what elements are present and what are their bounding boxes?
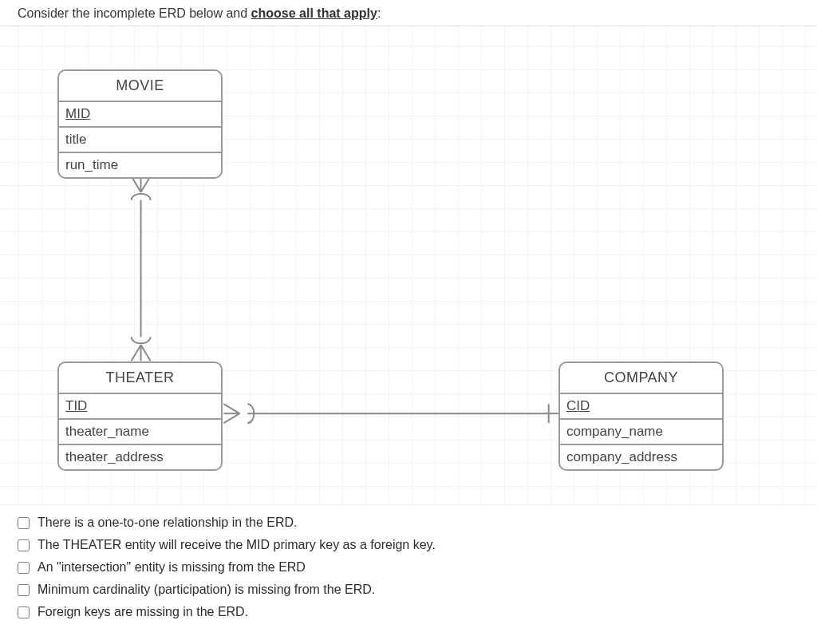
option-4[interactable]: Minimum cardinality (participation) is m… xyxy=(18,579,799,601)
svg-line-8 xyxy=(223,404,239,413)
svg-line-6 xyxy=(141,345,151,361)
entity-theater-pk: TID xyxy=(59,394,221,420)
entity-theater-attr-name: theater_name xyxy=(59,420,221,445)
entity-company-pk: CID xyxy=(560,394,722,420)
entity-company-title: COMPANY xyxy=(560,363,722,394)
option-1[interactable]: There is a one-to-one relationship in th… xyxy=(18,512,799,534)
option-1-label: There is a one-to-one relationship in th… xyxy=(37,516,298,530)
question-suffix: : xyxy=(377,6,381,20)
entity-theater-title: THEATER xyxy=(59,363,221,394)
option-4-label: Minimum cardinality (participation) is m… xyxy=(37,583,375,597)
option-2[interactable]: The THEATER entity will receive the MID … xyxy=(18,534,799,556)
svg-line-4 xyxy=(132,345,141,361)
option-1-checkbox[interactable] xyxy=(18,517,30,529)
entity-company: COMPANY CID company_name company_address xyxy=(558,362,724,471)
entity-movie-title: MOVIE xyxy=(59,71,221,102)
entity-movie-attr-title: title xyxy=(59,128,221,153)
option-5-label: Foreign keys are missing in the ERD. xyxy=(37,605,248,619)
entity-company-attr-address: company_address xyxy=(560,445,722,469)
option-3-checkbox[interactable] xyxy=(18,562,30,574)
entity-movie-attr-runtime: run_time xyxy=(59,153,221,177)
svg-line-10 xyxy=(223,413,239,423)
question-emphasis: choose all that apply xyxy=(251,6,377,20)
option-5[interactable]: Foreign keys are missing in the ERD. xyxy=(18,601,799,623)
entity-theater: THEATER TID theater_name theater_address xyxy=(57,362,223,471)
option-3[interactable]: An "intersection" entity is missing from… xyxy=(18,556,799,579)
option-4-checkbox[interactable] xyxy=(18,584,30,596)
option-5-checkbox[interactable] xyxy=(18,606,30,618)
entity-movie-pk: MID xyxy=(59,102,221,128)
option-2-label: The THEATER entity will receive the MID … xyxy=(37,538,436,552)
entity-theater-attr-address: theater_address xyxy=(59,445,221,469)
option-2-checkbox[interactable] xyxy=(18,539,30,551)
entity-movie: MOVIE MID title run_time xyxy=(57,69,223,179)
question-prompt: Consider the incomplete ERD below and ch… xyxy=(0,0,817,26)
question-prefix: Consider the incomplete ERD below and xyxy=(18,6,251,20)
answer-options: There is a one-to-one relationship in th… xyxy=(0,505,817,633)
erd-diagram: MOVIE MID title run_time THEATER TID the… xyxy=(0,26,817,505)
entity-company-attr-name: company_name xyxy=(560,420,722,445)
option-3-label: An "intersection" entity is missing from… xyxy=(37,560,306,575)
